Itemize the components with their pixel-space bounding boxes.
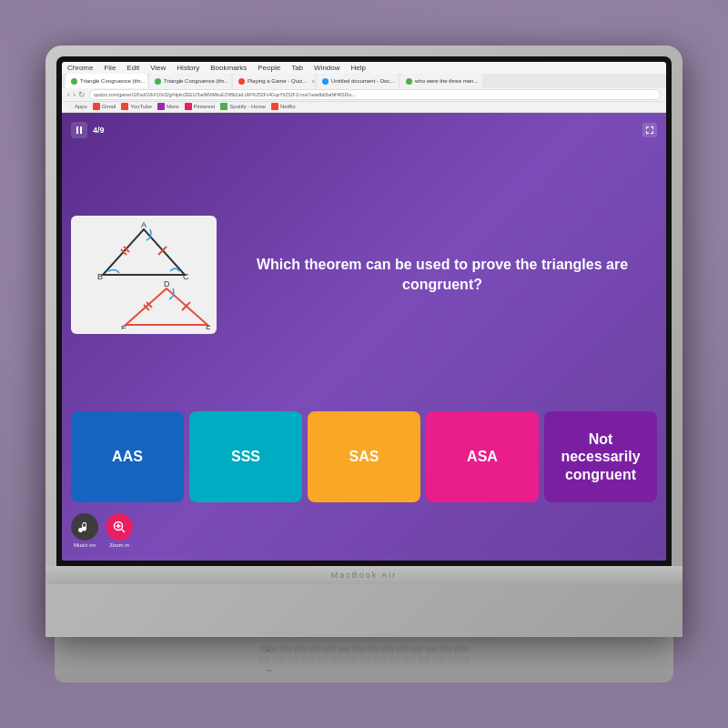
bookmark-pinterest-label: Pinterest <box>194 104 216 109</box>
key-tilde[interactable] <box>258 656 270 663</box>
address-row: ‹ › ↻ quizizz.com/game/U2FsdGVkX10v32grN… <box>62 88 666 100</box>
menu-help[interactable]: Help <box>351 64 366 72</box>
key-1[interactable] <box>272 656 285 663</box>
refresh-button[interactable]: ↻ <box>78 90 86 99</box>
key-f3[interactable] <box>308 646 321 653</box>
answer-aas[interactable]: AAS <box>71 411 184 502</box>
key-9[interactable] <box>389 656 401 663</box>
quiz-content: A B C <box>71 146 657 404</box>
menu-window[interactable]: Window <box>314 64 339 72</box>
bookmark-more-label: More <box>167 104 179 109</box>
tab-2-label: Triangle Congruence (thr... <box>164 78 228 84</box>
key-3[interactable] <box>301 656 314 663</box>
key-5[interactable] <box>330 656 343 663</box>
bookmark-more[interactable]: More <box>157 103 179 110</box>
key-f6[interactable] <box>352 646 365 653</box>
menu-edit[interactable]: Edit <box>126 64 139 72</box>
key-rbracket[interactable] <box>444 666 457 673</box>
tab-1[interactable]: Triangle Congruence (thr... × <box>66 74 147 88</box>
zoom-button[interactable] <box>106 513 133 541</box>
answer-sas[interactable]: SAS <box>308 411 420 502</box>
key-t[interactable] <box>342 666 355 673</box>
key-q[interactable] <box>284 666 297 673</box>
key-f10[interactable] <box>410 646 423 653</box>
key-f5[interactable] <box>338 646 350 653</box>
key-esc[interactable]: esc <box>259 646 278 653</box>
key-f8[interactable] <box>381 646 394 653</box>
key-p[interactable] <box>415 666 428 673</box>
back-button[interactable]: ‹ <box>67 90 70 99</box>
menu-history[interactable]: History <box>177 64 199 72</box>
bottom-controls: Music on Zoom in <box>71 510 657 551</box>
key-lbracket[interactable] <box>430 666 442 673</box>
bookmark-youtube-label: YouTube <box>130 104 152 109</box>
key-6[interactable] <box>345 656 358 663</box>
menu-people[interactable]: People <box>258 64 280 72</box>
key-8[interactable] <box>374 656 387 663</box>
bookmark-apps[interactable]: Apps <box>66 103 87 110</box>
key-w[interactable] <box>298 666 311 673</box>
bookmark-netflix-label: Netflix <box>280 104 296 109</box>
tab-5-label: who were the three men... <box>415 78 478 84</box>
triangle-image: A B C <box>71 216 217 334</box>
key-backspace[interactable] <box>447 656 470 663</box>
tab-5[interactable]: who were the three men... <box>400 74 482 88</box>
key-e[interactable] <box>313 666 326 673</box>
tab-3-close[interactable]: × <box>311 78 315 85</box>
key-del[interactable] <box>454 646 469 653</box>
address-bar[interactable]: quizizz.com/game/U2FsdGVkX10v32grNpknZEE… <box>89 89 661 100</box>
key-equals[interactable] <box>432 656 445 663</box>
bookmark-gmail-label: Gmail <box>102 104 116 109</box>
screen-bezel: Chrome File Edit View History Bookmarks … <box>56 56 672 566</box>
key-r[interactable] <box>328 666 340 673</box>
key-2[interactable] <box>287 656 299 663</box>
key-u[interactable] <box>371 666 384 673</box>
bookmark-netflix[interactable]: Netflix <box>271 103 296 110</box>
menu-file[interactable]: File <box>104 64 116 72</box>
key-f1[interactable] <box>279 646 292 653</box>
pause-button[interactable] <box>71 122 87 138</box>
svg-text:F: F <box>206 324 211 329</box>
tab-2[interactable]: Triangle Congruence (thr... × <box>149 74 231 88</box>
key-tab[interactable]: tab <box>257 666 282 673</box>
key-y[interactable] <box>357 666 369 673</box>
answer-asa[interactable]: ASA <box>426 411 539 502</box>
nav-buttons: ‹ › ↻ <box>67 90 86 99</box>
bookmark-spotify[interactable]: Spotify - Home <box>220 103 266 110</box>
key-0[interactable] <box>403 656 416 663</box>
key-f12[interactable] <box>440 646 452 653</box>
zoom-icon <box>112 520 126 534</box>
forward-button[interactable]: › <box>73 90 76 99</box>
music-button[interactable] <box>71 513 98 541</box>
fullscreen-button[interactable] <box>642 123 657 137</box>
menu-bar: Chrome File Edit View History Bookmarks … <box>62 62 666 74</box>
key-backslash[interactable] <box>459 666 471 673</box>
bookmark-gmail[interactable]: Gmail <box>93 103 116 110</box>
menu-bookmarks[interactable]: Bookmarks <box>210 64 247 72</box>
menu-tab[interactable]: Tab <box>291 64 303 72</box>
menu-view[interactable]: View <box>150 64 166 72</box>
key-f11[interactable] <box>425 646 438 653</box>
answer-sss[interactable]: SSS <box>189 411 302 502</box>
key-f7[interactable] <box>367 646 379 653</box>
svg-text:D: D <box>164 279 170 288</box>
key-i[interactable] <box>386 666 399 673</box>
bookmark-pinterest[interactable]: Pinterest <box>185 103 216 110</box>
svg-marker-8 <box>126 288 207 325</box>
bookmark-youtube[interactable]: YouTube <box>121 103 152 110</box>
key-minus[interactable] <box>418 656 430 663</box>
key-f2[interactable] <box>294 646 307 653</box>
bookmark-apps-label: Apps <box>75 104 87 109</box>
tab-4[interactable]: Untitled document - Doc... <box>317 74 399 88</box>
key-o[interactable] <box>400 666 413 673</box>
bookmarks-bar: Apps Gmail YouTube More <box>62 101 666 112</box>
pinterest-icon <box>185 103 192 110</box>
tab-3[interactable]: Playing a Game - Quiz... × <box>233 74 315 88</box>
key-f9[interactable] <box>396 646 409 653</box>
key-7[interactable] <box>359 656 372 663</box>
key-f4[interactable] <box>323 646 336 653</box>
key-4[interactable] <box>316 656 329 663</box>
answer-not-congruent[interactable]: Not necessarily congruent <box>544 411 657 502</box>
spotify-icon <box>220 103 228 110</box>
menu-chrome[interactable]: Chrome <box>67 64 93 72</box>
